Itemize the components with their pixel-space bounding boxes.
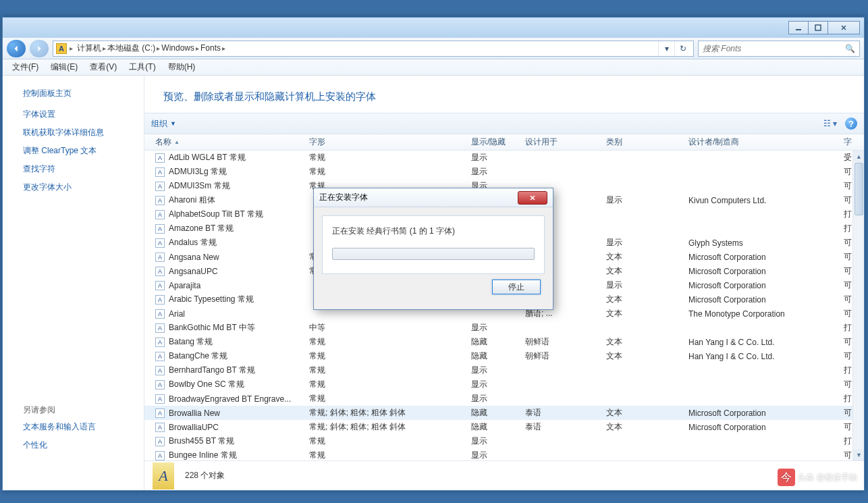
chevron-right-icon[interactable]: ▸ xyxy=(222,45,225,52)
svg-rect-1 xyxy=(815,25,821,30)
font-icon: A xyxy=(155,338,165,347)
install-dialog: 正在安装字体 正在安装 经典行书简 (1 的 1 字体) 停止 xyxy=(313,188,553,310)
font-icon: A xyxy=(155,380,165,390)
search-input[interactable] xyxy=(703,44,845,53)
font-icon: A xyxy=(155,267,165,276)
font-icon: A xyxy=(155,408,165,418)
sidebar-home[interactable]: 控制面板主页 xyxy=(23,88,138,99)
font-icon: A xyxy=(155,366,165,375)
font-row[interactable]: AADMUI3Lg 常规常规显示可 xyxy=(144,165,864,179)
search-icon: 🔍 xyxy=(845,44,855,53)
status-text: 228 个对象 xyxy=(185,470,225,481)
minimize-button[interactable] xyxy=(788,21,809,34)
font-icon: A xyxy=(155,352,165,361)
menu-item[interactable]: 文件(F) xyxy=(7,59,44,75)
font-row[interactable]: AAdLib WGL4 BT 常规常规显示受 xyxy=(144,151,864,165)
view-button[interactable]: ☷ ▾ xyxy=(823,119,837,128)
sidebar-link[interactable]: 联机获取字体详细信息 xyxy=(23,127,138,138)
font-icon: A xyxy=(155,182,165,191)
font-row[interactable]: ABernhardTango BT 常规常规显示打 xyxy=(144,363,864,377)
font-icon: A xyxy=(155,196,165,205)
font-icon: A xyxy=(155,437,165,446)
forward-button[interactable] xyxy=(30,40,49,57)
font-icon: A xyxy=(155,394,165,404)
page-title: 预览、删除或者显示和隐藏计算机上安装的字体 xyxy=(144,76,864,113)
back-button[interactable] xyxy=(7,40,26,57)
font-row[interactable]: ABatang 常规常规隐藏朝鲜语文本Han Yang I & C Co. Lt… xyxy=(144,335,864,349)
stop-button[interactable]: 停止 xyxy=(492,280,541,294)
scroll-thumb[interactable] xyxy=(855,163,863,215)
titlebar xyxy=(3,18,864,38)
organize-button[interactable]: 组织 ▼ xyxy=(151,118,176,130)
font-icon: A xyxy=(155,323,165,333)
status-bar: A 228 个对象 今头条 @极速手助 xyxy=(144,460,864,490)
font-row[interactable]: ABankGothic Md BT 中等中等显示打 xyxy=(144,321,864,335)
refresh-button[interactable]: ↻ xyxy=(674,41,690,56)
menu-item[interactable]: 工具(T) xyxy=(124,59,161,75)
font-icon: A xyxy=(155,238,165,248)
navbar: A ▸ 计算机▸本地磁盘 (C:)▸Windows▸Fonts▸ ▾ ↻ 🔍 xyxy=(3,38,864,59)
sidebar-link[interactable]: 调整 ClearType 文本 xyxy=(23,145,138,157)
column-headers: 名称 字形 显示/隐藏 设计用于 类别 设计者/制造商 字 xyxy=(144,134,864,151)
col-style[interactable]: 字形 xyxy=(304,136,466,148)
sidebar: 控制面板主页 字体设置联机获取字体详细信息调整 ClearType 文本查找字符… xyxy=(3,76,144,490)
search-box[interactable]: 🔍 xyxy=(698,41,860,57)
breadcrumb-item[interactable]: Fonts xyxy=(199,42,222,54)
scrollbar[interactable]: ▲ ▼ xyxy=(852,151,864,460)
breadcrumb-item[interactable]: 本地磁盘 (C:) xyxy=(106,42,157,54)
menu-item[interactable]: 帮助(H) xyxy=(163,59,201,75)
col-maker[interactable]: 设计者/制造商 xyxy=(683,136,838,148)
chevron-down-icon: ▼ xyxy=(170,120,176,127)
font-row[interactable]: ABatangChe 常规常规隐藏朝鲜语文本Han Yang I & C Co.… xyxy=(144,349,864,363)
font-row[interactable]: ABroadwayEngraved BT Engrave...常规显示打 xyxy=(144,392,864,406)
seealso-label: 另请参阅 xyxy=(23,404,138,416)
chevron-right-icon[interactable]: ▸ xyxy=(70,45,73,52)
menu-item[interactable]: 查看(V) xyxy=(84,59,122,75)
help-button[interactable]: ? xyxy=(845,117,857,130)
maximize-button[interactable] xyxy=(808,21,828,34)
dialog-message: 正在安装 经典行书简 (1 的 1 字体) xyxy=(332,226,535,237)
col-category[interactable]: 类别 xyxy=(601,136,683,148)
breadcrumb-item[interactable]: Windows xyxy=(160,42,196,54)
toolbar: 组织 ▼ ☷ ▾ ? xyxy=(144,113,864,134)
font-icon: A xyxy=(155,423,165,432)
sidebar-link[interactable]: 字体设置 xyxy=(23,109,138,120)
font-icon: A xyxy=(155,167,165,177)
scroll-up-button[interactable]: ▲ xyxy=(853,151,864,162)
sidebar-link[interactable]: 查找字符 xyxy=(23,163,138,175)
close-button[interactable] xyxy=(828,21,860,34)
seealso-link[interactable]: 个性化 xyxy=(23,440,138,451)
font-row[interactable]: ABowlby One SC 常规常规显示可 xyxy=(144,377,864,392)
svg-rect-0 xyxy=(796,29,801,30)
progress-bar xyxy=(332,248,535,260)
font-icon: A xyxy=(155,309,165,319)
dialog-close-button[interactable] xyxy=(518,191,547,205)
font-icon: A xyxy=(155,153,165,163)
font-folder-icon: A xyxy=(153,462,174,489)
address-bar[interactable]: A ▸ 计算机▸本地磁盘 (C:)▸Windows▸Fonts▸ ▾ ↻ xyxy=(53,41,694,57)
scroll-down-button[interactable]: ▼ xyxy=(853,449,864,460)
font-row[interactable]: ABrowalliaUPC常规; 斜体; 粗体; 粗体 斜体隐藏泰语文本Micr… xyxy=(144,420,864,434)
col-show[interactable]: 显示/隐藏 xyxy=(466,136,520,148)
col-design[interactable]: 设计用于 xyxy=(520,136,601,148)
col-name[interactable]: 名称 xyxy=(150,136,304,148)
font-icon: A xyxy=(155,210,165,219)
font-row[interactable]: ABrush455 BT 常规常规显示打 xyxy=(144,434,864,448)
font-icon: A xyxy=(155,295,165,305)
sidebar-link[interactable]: 更改字体大小 xyxy=(23,182,138,193)
seealso-link[interactable]: 文本服务和输入语言 xyxy=(23,421,138,433)
font-row[interactable]: ABungee Inline 常规常规显示可 xyxy=(144,448,864,460)
font-icon: A xyxy=(155,451,165,460)
watermark: 今头条 @极速手助 xyxy=(778,469,857,486)
folder-icon: A xyxy=(56,43,67,54)
font-icon: A xyxy=(155,224,165,234)
font-icon: A xyxy=(155,281,165,290)
font-row[interactable]: ABrowallia New常规; 斜体; 粗体; 粗体 斜体隐藏泰语文本Mic… xyxy=(144,406,864,420)
font-icon: A xyxy=(155,253,165,262)
breadcrumb-item[interactable]: 计算机 xyxy=(76,42,103,54)
menu-item[interactable]: 编辑(E) xyxy=(45,59,83,75)
dropdown-button[interactable]: ▾ xyxy=(658,41,674,56)
menubar: 文件(F)编辑(E)查看(V)工具(T)帮助(H) xyxy=(3,59,864,76)
dialog-title: 正在安装字体 xyxy=(314,188,553,207)
col-emb[interactable]: 字 xyxy=(838,136,859,148)
